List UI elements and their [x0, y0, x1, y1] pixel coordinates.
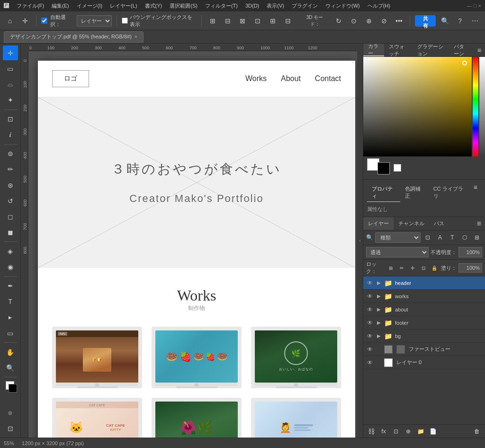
layer-item-header[interactable]: 👁 ▶ 📁 header [363, 276, 485, 290]
orbit-btn[interactable]: ⊙ [348, 14, 360, 27]
works-item-4[interactable]: CAT CAFE 🐱 CAT CAFE KITTY [52, 398, 142, 438]
align-middle-btn[interactable]: ⊞ [267, 14, 279, 27]
zoom-tool[interactable]: 🔍 [3, 360, 18, 375]
white-swatch[interactable] [394, 164, 401, 172]
help-btn[interactable]: ? [454, 14, 466, 27]
works-item-2[interactable]: 🍩 🍓 🍩 🍓 🍩 [152, 327, 242, 388]
cc-libraries-tab[interactable]: CC ライブラリ [429, 183, 470, 202]
layer-item-works[interactable]: 👁 ▶ 📁 works [363, 290, 485, 303]
menu-plugins[interactable]: プラグイン [292, 2, 318, 9]
layer-visibility-works[interactable]: 👁 [366, 293, 374, 300]
properties-tab[interactable]: プロパティ [367, 183, 400, 202]
layer-select[interactable]: レイヤー [77, 15, 112, 27]
gradient-tool[interactable]: ◼ [3, 225, 18, 239]
layer-item-firstview[interactable]: 👁 ファーストビュー [363, 343, 485, 356]
eraser-tool[interactable]: ◻ [3, 209, 18, 224]
color-correction-tab[interactable]: 色調補正 [400, 183, 429, 202]
properties-menu[interactable]: ≡ [470, 183, 481, 202]
pen-tool[interactable]: ✒ [3, 279, 18, 293]
layer-visibility-bg[interactable]: 👁 [366, 332, 374, 340]
move-tool-button[interactable]: ✛ [19, 14, 31, 27]
works-item-6[interactable]: 💆 [251, 398, 341, 438]
home-button[interactable]: ⌂ [4, 14, 16, 27]
menu-select[interactable]: 選択範囲(S) [170, 2, 198, 9]
three-d-mode-btn[interactable]: 3D モード： [300, 14, 330, 27]
link-layers-btn[interactable]: ⛓ [366, 426, 377, 437]
align-top-btn[interactable]: ⊡ [251, 14, 264, 27]
color-hue-slider[interactable] [473, 57, 478, 156]
background-swatch[interactable] [377, 162, 390, 174]
lock-transparent-btn[interactable]: ⊞ [386, 263, 395, 273]
logo-button[interactable]: ロゴ [52, 70, 89, 87]
bounding-box-checkbox[interactable] [122, 18, 128, 24]
layer-visibility-header[interactable]: 👁 [366, 279, 374, 287]
add-style-btn[interactable]: fx [378, 426, 389, 437]
menu-filter[interactable]: フィルター(T) [205, 2, 238, 9]
opacity-input[interactable] [458, 247, 482, 257]
layer-item-about[interactable]: 👁 ▶ 📁 about [363, 303, 485, 316]
layer-expand-header[interactable]: ▶ [376, 280, 382, 286]
fg-bg-colors[interactable] [3, 379, 18, 394]
screen-mode-tool[interactable]: ⊡ [3, 421, 18, 436]
nav-about[interactable]: About [281, 74, 301, 83]
blend-mode-select[interactable]: 通過 [366, 247, 429, 257]
works-item-1[interactable]: PaPa 🥐🍞 [52, 327, 142, 388]
color-alpha-slider[interactable] [479, 57, 485, 156]
hand-tool[interactable]: ✋ [3, 345, 18, 359]
stamp-tool[interactable]: ⊛ [3, 178, 18, 192]
new-group-btn[interactable]: 📁 [415, 426, 426, 437]
align-right-btn[interactable]: ⊠ [237, 14, 249, 27]
layer-expand-works[interactable]: ▶ [376, 293, 382, 300]
panel-collapse-handle[interactable]: ‹ [357, 44, 363, 438]
menu-3d[interactable]: 3D(D) [245, 3, 259, 9]
spot-heal-tool[interactable]: ⊚ [3, 146, 18, 161]
layer-filter-pixel[interactable]: ⊡ [422, 232, 433, 243]
layer-item-bg[interactable]: 👁 ▶ 📁 bg [363, 329, 485, 343]
lasso-tool[interactable]: ⌓ [3, 77, 18, 91]
layers-tab-layers[interactable]: レイヤー [363, 217, 394, 230]
layer-expand-bg[interactable]: ▶ [376, 333, 382, 339]
gradients-tab[interactable]: グラデーション [413, 44, 449, 56]
menu-view[interactable]: 表示(V) [267, 2, 284, 9]
color-panel-menu[interactable]: ≡ [474, 46, 485, 54]
menu-app-icon[interactable]: 🅿 [4, 3, 9, 9]
brush-tool[interactable]: ✏ [3, 162, 18, 177]
magic-wand-tool[interactable]: ✦ [3, 92, 18, 107]
zoom-3d-btn[interactable]: ⊘ [378, 14, 390, 27]
blur-tool[interactable]: ◈ [3, 244, 18, 258]
menu-image[interactable]: イメージ(I) [77, 2, 102, 9]
layers-tab-channels[interactable]: チャンネル [394, 217, 429, 230]
layer-visibility-about[interactable]: 👁 [366, 306, 374, 313]
fill-input[interactable] [458, 263, 482, 273]
layer-kind-filter[interactable]: 種類 [375, 232, 421, 243]
menu-type[interactable]: 書式(Y) [145, 2, 162, 9]
delete-layer-btn[interactable]: 🗑 [472, 426, 482, 437]
quick-mask-tool[interactable]: ◎ [3, 405, 18, 420]
align-left-btn[interactable]: ⊞ [207, 14, 219, 27]
settings-btn[interactable]: ⋯ [469, 14, 481, 27]
history-brush-tool[interactable]: ↺ [3, 193, 18, 208]
auto-select-checkbox[interactable] [41, 18, 47, 24]
add-mask-btn[interactable]: ⊡ [391, 426, 401, 437]
pan-btn[interactable]: ⊕ [363, 14, 375, 27]
layer-visibility-firstview[interactable]: 👁 [366, 346, 374, 353]
layer-visibility-layer0[interactable]: 👁 [366, 359, 374, 366]
lock-pixels-btn[interactable]: ✏ [397, 263, 406, 273]
menu-layer[interactable]: レイヤー(L) [110, 2, 137, 9]
lock-artboard-btn[interactable]: ⊡ [419, 263, 428, 273]
lock-all-btn[interactable]: 🔒 [430, 263, 439, 273]
fg-bg-swatch[interactable] [367, 158, 388, 177]
canvas-area[interactable]: 0 100 200 300 400 500 600 700 800 900 10… [21, 44, 357, 438]
align-bottom-btn[interactable]: ⊟ [282, 14, 294, 27]
more-btn[interactable]: ••• [393, 14, 405, 27]
layer-item-footer[interactable]: 👁 ▶ 📁 footer [363, 316, 485, 329]
new-fill-layer-btn[interactable]: ⊕ [403, 426, 413, 437]
align-center-btn[interactable]: ⊟ [222, 14, 234, 27]
swatches-tab[interactable]: スウォッチ [384, 44, 413, 56]
menu-help[interactable]: ヘルプ(H) [368, 2, 390, 9]
lock-position-btn[interactable]: ✛ [408, 263, 417, 273]
share-button[interactable]: 共有 [415, 15, 436, 27]
dodge-tool[interactable]: ◉ [3, 260, 18, 274]
layers-tab-paths[interactable]: パス [429, 217, 449, 230]
tab-close-btn[interactable]: × [135, 34, 137, 39]
